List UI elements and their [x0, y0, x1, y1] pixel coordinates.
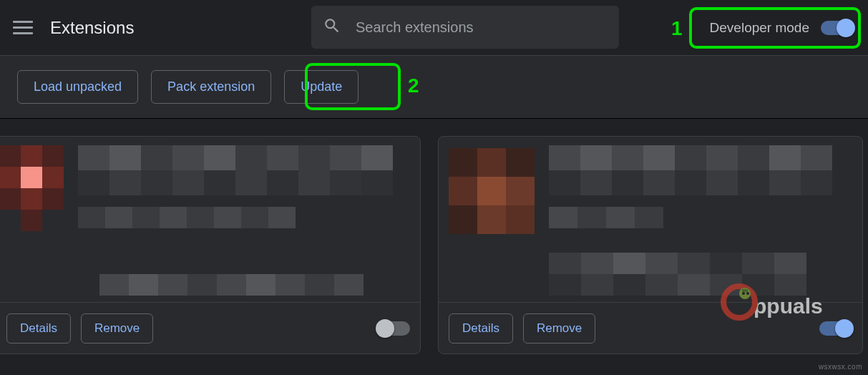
- extension-card: Details Remove: [438, 136, 863, 354]
- top-toolbar: Extensions Developer mode: [0, 0, 868, 56]
- search-box[interactable]: [311, 6, 619, 49]
- extension-enabled-toggle[interactable]: [819, 321, 852, 336]
- remove-button[interactable]: Remove: [523, 313, 595, 344]
- developer-mode-label: Developer mode: [710, 20, 809, 36]
- extension-card-footer: Details Remove: [439, 302, 862, 354]
- page-title: Extensions: [50, 18, 134, 38]
- developer-mode-toggle[interactable]: [821, 21, 854, 35]
- hamburger-menu-icon[interactable]: [13, 18, 33, 38]
- developer-toolbar: Load unpacked Pack extension Update: [0, 56, 868, 119]
- pack-extension-button[interactable]: Pack extension: [151, 70, 271, 104]
- extension-card-body: [449, 145, 852, 302]
- load-unpacked-button[interactable]: Load unpacked: [17, 70, 138, 104]
- extension-enabled-toggle[interactable]: [377, 321, 410, 336]
- search-input[interactable]: [356, 19, 608, 36]
- details-button[interactable]: Details: [6, 313, 71, 344]
- extension-card: Details Remove: [0, 136, 421, 354]
- update-button[interactable]: Update: [284, 70, 359, 104]
- extensions-grid: Details Remove: [0, 119, 868, 354]
- search-icon: [323, 16, 341, 38]
- remove-button[interactable]: Remove: [81, 313, 153, 344]
- extension-card-footer: Details Remove: [0, 302, 420, 354]
- details-button[interactable]: Details: [449, 313, 513, 344]
- watermark-text: wsxwsx.com: [819, 363, 862, 371]
- developer-mode-control: Developer mode: [703, 9, 861, 47]
- extension-card-body: [6, 145, 410, 302]
